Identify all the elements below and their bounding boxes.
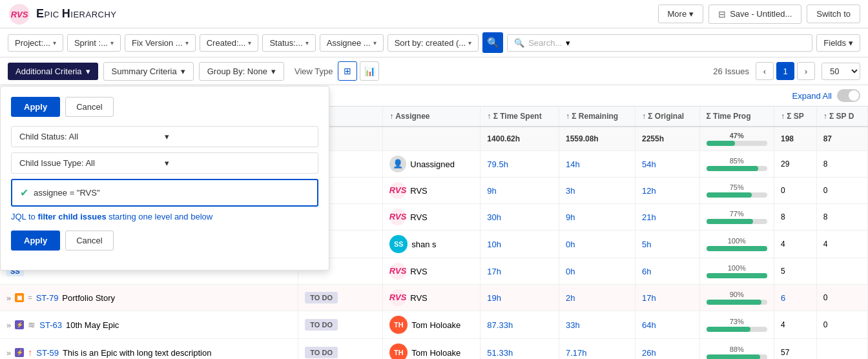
criteria-right: 26 Issues ‹ 1 › 50 100 [713,62,860,80]
top-nav: RVS EPIC HIERARCHY More ▾ ⊟ Save - Untit… [0,0,868,28]
story-icon: ▣ [15,293,24,302]
chevron-down-icon: ▾ [305,39,309,46]
rvs-logo-icon: RVS [8,3,31,26]
switch-to-button[interactable]: Switch to [807,5,860,23]
jql-box: ✔ assignee = "RVS" [11,179,318,207]
original-link[interactable]: 54h [642,159,656,169]
row-assignee: 👤 Unassigned [383,151,480,178]
summary-criteria-button[interactable]: Summary Criteria ▾ [103,62,194,81]
child-status-select[interactable]: Child Status: All ▾ [11,126,318,147]
row-assignee: RVS RVS [383,178,480,204]
chevron-down-icon: ▾ [53,39,56,46]
fields-button[interactable]: Fields ▾ [816,34,860,52]
switch-label: Switch to [816,9,851,19]
svg-text:RVS: RVS [389,266,406,276]
issues-count: 26 Issues [713,67,749,76]
cancel-top-button[interactable]: Cancel [65,97,113,117]
table-row: » ▣ = ST-79 Portfolio Story TO DO RVS RV… [0,285,868,311]
next-page-button[interactable]: › [797,62,815,80]
rvs-avatar: RVS [389,263,406,280]
status-filter[interactable]: Status:... ▾ [262,34,315,52]
more-button[interactable]: More ▾ [658,5,704,23]
col-time-prog: Σ Time Prog [699,107,774,127]
col-original: ↑ Σ Original [635,107,699,127]
search-toggle-button[interactable]: 🔍 [482,32,503,53]
chevron-down-icon: ▾ [165,132,310,141]
chevron-down-icon: ▾ [165,158,310,168]
dropdown-bottom-actions: Apply Cancel [11,231,318,251]
th-avatar: TH [389,316,408,334]
criteria-bar: Additional Criteria ▾ Summary Criteria ▾… [0,57,868,85]
issue-id-link[interactable]: ST-79 [36,293,59,303]
original-link[interactable]: 12h [642,186,656,196]
top-nav-left: RVS EPIC HIERARCHY [8,3,117,26]
view-type-label: View Type [294,67,333,76]
issue-id-link[interactable]: ST-63 [39,320,62,330]
expand-arrow[interactable]: » [6,320,11,330]
project-filter[interactable]: Project:... ▾ [8,34,63,52]
assignee-filter[interactable]: Assignee ... ▾ [320,34,384,52]
rvs-avatar: RVS [389,289,406,306]
expand-all-toggle[interactable] [837,89,860,102]
svg-text:RVS: RVS [389,292,406,302]
chevron-down-icon: ▾ [271,67,276,76]
expand-all-label[interactable]: Expand All [792,91,832,101]
child-issue-type-select[interactable]: Child Issue Type: All ▾ [11,152,318,174]
fix-version-filter[interactable]: Fix Version ... ▾ [125,34,196,52]
unassigned-avatar: 👤 [389,156,406,172]
group-by-button[interactable]: Group By: None ▾ [199,62,284,81]
check-icon: ✔ [20,187,28,199]
app-title: EPIC HIERARCHY [36,7,117,21]
chart-view-button[interactable]: 📊 [360,61,379,81]
prog-cell: 85% [699,151,774,178]
remaining-link[interactable]: 14h [566,159,580,169]
row-assignee: SS shan s [383,231,480,258]
expand-arrow[interactable]: » [6,293,11,303]
created-filter[interactable]: Created:... ▾ [200,34,259,52]
save-button[interactable]: ⊟ Save - Untitled... [708,5,801,24]
chevron-down-icon: ▾ [849,38,853,48]
svg-text:👤: 👤 [393,158,404,169]
page-1-button[interactable]: 1 [776,62,794,80]
issue-id-link[interactable]: ST-59 [36,348,59,358]
remaining-link[interactable]: 3h [566,186,575,196]
summary-prog-bar-fill [707,141,735,146]
summary-prog-bar-bg [707,141,767,146]
epic-icon: ⚡ [15,320,24,329]
summary-remaining: 1559.08h [559,127,635,151]
chevron-down-icon: ▾ [185,39,189,46]
chevron-down-icon: ▾ [86,67,90,76]
summary-original: 2255h [635,127,699,151]
prev-page-button[interactable]: ‹ [756,62,774,80]
table-row: » ⚡ ≋ ST-63 10th May Epic TO DO TH Tom H… [0,311,868,339]
pagination: ‹ 1 › [756,62,815,80]
apply-top-button[interactable]: Apply [11,97,60,117]
th-avatar: TH [389,344,408,359]
additional-criteria-dropdown: Apply Cancel Child Status: All ▾ Child I… [0,86,329,271]
per-page-select[interactable]: 50 100 [822,63,860,80]
summary-prog-pct: 47% [707,132,767,139]
sort-filter[interactable]: Sort by: created (... ▾ [388,34,479,52]
prog-cell: 75% [699,178,774,204]
summary-sp-d: 87 [816,127,867,151]
expand-arrow[interactable]: » [6,348,11,358]
time-spent-link[interactable]: 9h [487,186,496,196]
additional-criteria-button[interactable]: Additional Criteria ▾ [8,63,98,80]
cancel-bottom-button[interactable]: Cancel [65,231,113,251]
col-remaining: ↑ Σ Remaining [559,107,635,127]
chevron-down-icon: ▾ [566,38,570,48]
grid-view-button[interactable]: ⊞ [338,61,357,81]
chevron-down-icon: ▾ [468,39,471,46]
time-spent-link[interactable]: 79.5h [487,159,508,169]
filter-bar: Project:... ▾ Sprint :... ▾ Fix Version … [0,28,868,57]
save-icon: ⊟ [718,9,726,19]
chevron-down-icon: ▾ [181,67,185,76]
save-label: Save - Untitled... [730,9,792,19]
more-label: More [668,9,687,19]
sprint-filter[interactable]: Sprint :... ▾ [67,34,121,52]
apply-bottom-button[interactable]: Apply [11,231,60,251]
top-nav-right: More ▾ ⊟ Save - Untitled... Switch to [658,5,860,24]
col-assignee: ↑ Assignee [383,107,480,127]
row-assignee: RVS RVS [383,204,480,231]
search-field[interactable]: 🔍 Search... ▾ [507,34,812,52]
